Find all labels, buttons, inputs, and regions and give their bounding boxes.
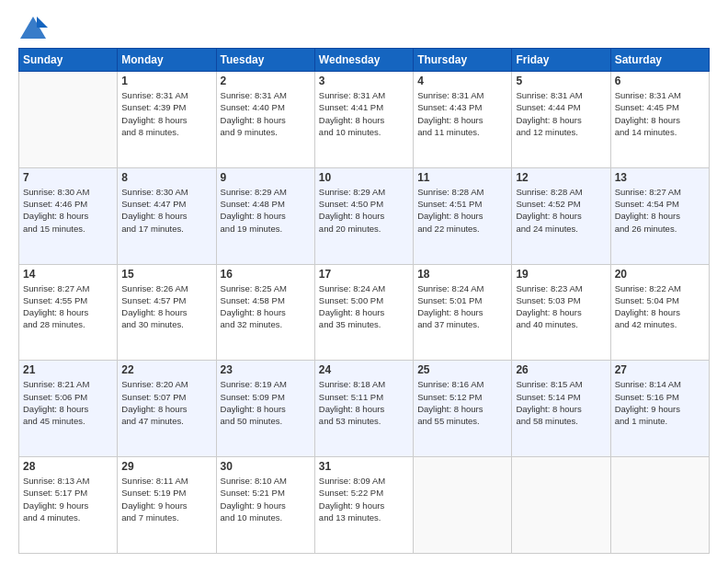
calendar-cell xyxy=(19,72,118,168)
day-info: Sunrise: 8:14 AMSunset: 5:16 PMDaylight:… xyxy=(615,378,705,427)
calendar-cell: 4Sunrise: 8:31 AMSunset: 4:43 PMDaylight… xyxy=(414,72,512,168)
day-number: 25 xyxy=(417,363,507,376)
day-info: Sunrise: 8:31 AMSunset: 4:40 PMDaylight:… xyxy=(221,89,311,138)
week-row-3: 14Sunrise: 8:27 AMSunset: 4:55 PMDayligh… xyxy=(19,264,710,361)
calendar-cell: 16Sunrise: 8:25 AMSunset: 4:58 PMDayligh… xyxy=(216,264,314,361)
day-info: Sunrise: 8:10 AMSunset: 5:21 PMDaylight:… xyxy=(221,475,311,523)
day-number: 21 xyxy=(23,363,113,376)
day-number: 17 xyxy=(319,268,409,281)
day-info: Sunrise: 8:27 AMSunset: 4:55 PMDaylight:… xyxy=(23,282,113,331)
week-row-4: 21Sunrise: 8:21 AMSunset: 5:06 PMDayligh… xyxy=(19,361,710,457)
calendar-cell: 3Sunrise: 8:31 AMSunset: 4:41 PMDaylight… xyxy=(314,72,413,168)
day-number: 12 xyxy=(516,171,606,184)
day-number: 26 xyxy=(516,363,606,376)
day-number: 13 xyxy=(615,171,705,184)
calendar-cell xyxy=(512,457,610,554)
calendar-page: SundayMondayTuesdayWednesdayThursdayFrid… xyxy=(0,0,728,563)
day-number: 3 xyxy=(319,75,409,87)
weekday-tuesday: Tuesday xyxy=(216,49,314,72)
calendar-cell: 19Sunrise: 8:23 AMSunset: 5:03 PMDayligh… xyxy=(512,264,610,361)
week-row-5: 28Sunrise: 8:13 AMSunset: 5:17 PMDayligh… xyxy=(19,457,710,554)
calendar-cell: 24Sunrise: 8:18 AMSunset: 5:11 PMDayligh… xyxy=(314,361,413,457)
day-number: 7 xyxy=(23,171,113,184)
weekday-monday: Monday xyxy=(118,49,216,72)
day-number: 15 xyxy=(121,268,211,281)
day-number: 10 xyxy=(319,171,409,184)
day-info: Sunrise: 8:23 AMSunset: 5:03 PMDaylight:… xyxy=(516,282,606,331)
day-number: 1 xyxy=(121,75,211,87)
calendar-cell: 1Sunrise: 8:31 AMSunset: 4:39 PMDaylight… xyxy=(118,72,216,168)
calendar-cell: 10Sunrise: 8:29 AMSunset: 4:50 PMDayligh… xyxy=(314,167,413,264)
day-info: Sunrise: 8:24 AMSunset: 5:00 PMDaylight:… xyxy=(319,282,409,331)
day-info: Sunrise: 8:29 AMSunset: 4:48 PMDaylight:… xyxy=(221,186,311,235)
calendar-cell: 7Sunrise: 8:30 AMSunset: 4:46 PMDaylight… xyxy=(19,167,118,264)
day-info: Sunrise: 8:11 AMSunset: 5:19 PMDaylight:… xyxy=(121,475,211,523)
day-number: 16 xyxy=(221,268,311,281)
day-info: Sunrise: 8:26 AMSunset: 4:57 PMDaylight:… xyxy=(121,282,211,331)
day-number: 31 xyxy=(319,460,409,473)
calendar-cell: 27Sunrise: 8:14 AMSunset: 5:16 PMDayligh… xyxy=(610,361,709,457)
calendar-cell: 15Sunrise: 8:26 AMSunset: 4:57 PMDayligh… xyxy=(118,264,216,361)
day-info: Sunrise: 8:24 AMSunset: 5:01 PMDaylight:… xyxy=(417,282,507,331)
day-info: Sunrise: 8:29 AMSunset: 4:50 PMDaylight:… xyxy=(319,186,409,235)
calendar-cell: 20Sunrise: 8:22 AMSunset: 5:04 PMDayligh… xyxy=(610,264,709,361)
calendar-cell: 14Sunrise: 8:27 AMSunset: 4:55 PMDayligh… xyxy=(19,264,118,361)
weekday-thursday: Thursday xyxy=(414,49,512,72)
calendar-cell: 23Sunrise: 8:19 AMSunset: 5:09 PMDayligh… xyxy=(216,361,314,457)
calendar-cell: 21Sunrise: 8:21 AMSunset: 5:06 PMDayligh… xyxy=(19,361,118,457)
day-number: 29 xyxy=(121,460,211,473)
calendar-cell: 31Sunrise: 8:09 AMSunset: 5:22 PMDayligh… xyxy=(314,457,413,554)
day-info: Sunrise: 8:31 AMSunset: 4:45 PMDaylight:… xyxy=(615,89,705,138)
day-info: Sunrise: 8:28 AMSunset: 4:52 PMDaylight:… xyxy=(516,186,606,235)
day-info: Sunrise: 8:31 AMSunset: 4:43 PMDaylight:… xyxy=(417,89,507,138)
weekday-friday: Friday xyxy=(512,49,610,72)
week-row-2: 7Sunrise: 8:30 AMSunset: 4:46 PMDaylight… xyxy=(19,167,710,264)
calendar-cell: 11Sunrise: 8:28 AMSunset: 4:51 PMDayligh… xyxy=(414,167,512,264)
day-info: Sunrise: 8:30 AMSunset: 4:46 PMDaylight:… xyxy=(23,186,113,235)
calendar-cell: 6Sunrise: 8:31 AMSunset: 4:45 PMDaylight… xyxy=(610,72,709,168)
week-row-1: 1Sunrise: 8:31 AMSunset: 4:39 PMDaylight… xyxy=(19,72,710,168)
calendar-cell: 2Sunrise: 8:31 AMSunset: 4:40 PMDaylight… xyxy=(216,72,314,168)
day-info: Sunrise: 8:13 AMSunset: 5:17 PMDaylight:… xyxy=(23,475,113,523)
weekday-header-row: SundayMondayTuesdayWednesdayThursdayFrid… xyxy=(19,49,710,72)
day-number: 5 xyxy=(516,75,606,87)
calendar-cell: 22Sunrise: 8:20 AMSunset: 5:07 PMDayligh… xyxy=(118,361,216,457)
day-number: 2 xyxy=(221,75,311,87)
calendar-cell: 29Sunrise: 8:11 AMSunset: 5:19 PMDayligh… xyxy=(118,457,216,554)
day-number: 6 xyxy=(615,75,705,87)
day-info: Sunrise: 8:21 AMSunset: 5:06 PMDaylight:… xyxy=(23,378,113,427)
day-info: Sunrise: 8:28 AMSunset: 4:51 PMDaylight:… xyxy=(417,186,507,235)
calendar-cell xyxy=(610,457,709,554)
day-info: Sunrise: 8:22 AMSunset: 5:04 PMDaylight:… xyxy=(615,282,705,331)
calendar-cell: 30Sunrise: 8:10 AMSunset: 5:21 PMDayligh… xyxy=(216,457,314,554)
day-number: 30 xyxy=(221,460,311,473)
calendar-cell xyxy=(414,457,512,554)
day-info: Sunrise: 8:30 AMSunset: 4:47 PMDaylight:… xyxy=(121,186,211,235)
calendar-cell: 5Sunrise: 8:31 AMSunset: 4:44 PMDaylight… xyxy=(512,72,610,168)
logo xyxy=(18,15,51,40)
day-info: Sunrise: 8:25 AMSunset: 4:58 PMDaylight:… xyxy=(221,282,311,331)
day-number: 24 xyxy=(319,363,409,376)
logo-icon xyxy=(18,15,48,40)
day-info: Sunrise: 8:31 AMSunset: 4:41 PMDaylight:… xyxy=(319,89,409,138)
day-info: Sunrise: 8:31 AMSunset: 4:44 PMDaylight:… xyxy=(516,89,606,138)
day-number: 20 xyxy=(615,268,705,281)
calendar-cell: 9Sunrise: 8:29 AMSunset: 4:48 PMDaylight… xyxy=(216,167,314,264)
calendar-cell: 28Sunrise: 8:13 AMSunset: 5:17 PMDayligh… xyxy=(19,457,118,554)
day-number: 27 xyxy=(615,363,705,376)
svg-marker-1 xyxy=(37,17,48,28)
calendar-cell: 17Sunrise: 8:24 AMSunset: 5:00 PMDayligh… xyxy=(314,264,413,361)
day-number: 8 xyxy=(121,171,211,184)
day-number: 9 xyxy=(221,171,311,184)
day-number: 22 xyxy=(121,363,211,376)
calendar-cell: 13Sunrise: 8:27 AMSunset: 4:54 PMDayligh… xyxy=(610,167,709,264)
day-info: Sunrise: 8:16 AMSunset: 5:12 PMDaylight:… xyxy=(417,378,507,427)
weekday-saturday: Saturday xyxy=(610,49,709,72)
day-number: 11 xyxy=(417,171,507,184)
calendar-cell: 25Sunrise: 8:16 AMSunset: 5:12 PMDayligh… xyxy=(414,361,512,457)
calendar-cell: 26Sunrise: 8:15 AMSunset: 5:14 PMDayligh… xyxy=(512,361,610,457)
day-number: 18 xyxy=(417,268,507,281)
weekday-sunday: Sunday xyxy=(19,49,118,72)
calendar-cell: 12Sunrise: 8:28 AMSunset: 4:52 PMDayligh… xyxy=(512,167,610,264)
day-number: 28 xyxy=(23,460,113,473)
